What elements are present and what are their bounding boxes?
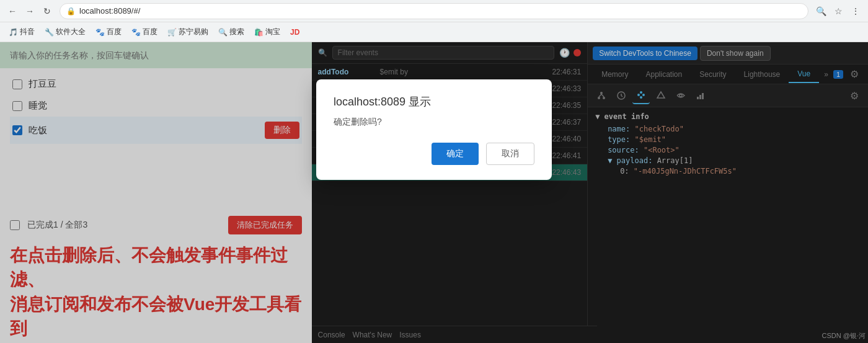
douyin-icon: 🎵 xyxy=(9,28,18,37)
alert-message: 确定删除吗? xyxy=(334,117,534,128)
alert-overlay: localhost:8089 显示 确定删除吗? 确定 取消 xyxy=(0,42,868,343)
bookmark-baidu1[interactable]: 🐾 百度 xyxy=(92,25,125,38)
bookmark-search[interactable]: 🔍 搜索 xyxy=(215,25,248,38)
alert-cancel-button[interactable]: 取消 xyxy=(486,143,534,165)
baidu1-icon: 🐾 xyxy=(95,28,105,37)
nav-buttons: ← → ↻ xyxy=(5,4,55,19)
bookmark-baidu2[interactable]: 🐾 百度 xyxy=(128,25,161,38)
bookmark-douyin[interactable]: 🎵 抖音 xyxy=(5,25,38,38)
alert-confirm-button[interactable]: 确定 xyxy=(432,143,479,165)
bookmark-icon-btn[interactable]: ☆ xyxy=(831,4,846,19)
baidu2-icon: 🐾 xyxy=(131,28,141,37)
bookmarks-bar: 🎵 抖音 🔧 软件大全 🐾 百度 🐾 百度 🛒 苏宁易购 🔍 搜索 🛍️ 淘宝 … xyxy=(0,22,868,42)
address-text: localhost:8089/#/ xyxy=(79,6,140,16)
jd-icon: JD xyxy=(290,28,299,37)
bookmark-taobao[interactable]: 🛍️ 淘宝 xyxy=(250,25,284,38)
alert-title: localhost:8089 显示 xyxy=(334,94,534,109)
taobao-icon: 🛍️ xyxy=(254,28,264,37)
bookmark-software[interactable]: 🔧 软件大全 xyxy=(41,25,89,38)
address-bar[interactable]: 🔒 localhost:8089/#/ xyxy=(60,3,808,19)
forward-button[interactable]: → xyxy=(22,4,37,19)
alert-buttons: 确定 取消 xyxy=(334,143,534,165)
browser-actions: 🔍 ☆ ⋮ xyxy=(813,4,863,19)
search-icon-btn[interactable]: 🔍 xyxy=(813,4,828,19)
browser-bar: ← → ↻ 🔒 localhost:8089/#/ 🔍 ☆ ⋮ xyxy=(0,0,868,22)
back-button[interactable]: ← xyxy=(5,4,20,19)
search-bookmark-icon: 🔍 xyxy=(218,28,228,37)
main-area: 打豆豆 睡觉 吃饭 删除 已完成1 / 全部3 清除已完成任务 在点击删除后、不… xyxy=(0,42,868,343)
settings-icon-btn[interactable]: ⋮ xyxy=(848,4,863,19)
suning-icon: 🛒 xyxy=(167,28,177,37)
bookmark-jd[interactable]: JD xyxy=(286,27,303,38)
lock-icon: 🔒 xyxy=(66,7,76,16)
software-icon: 🔧 xyxy=(45,28,54,37)
bookmark-suning[interactable]: 🛒 苏宁易购 xyxy=(164,25,212,38)
alert-dialog: localhost:8089 显示 确定删除吗? 确定 取消 xyxy=(316,79,552,180)
reload-button[interactable]: ↻ xyxy=(40,4,55,19)
csdn-watermark: CSDN @银·河 xyxy=(822,331,866,341)
